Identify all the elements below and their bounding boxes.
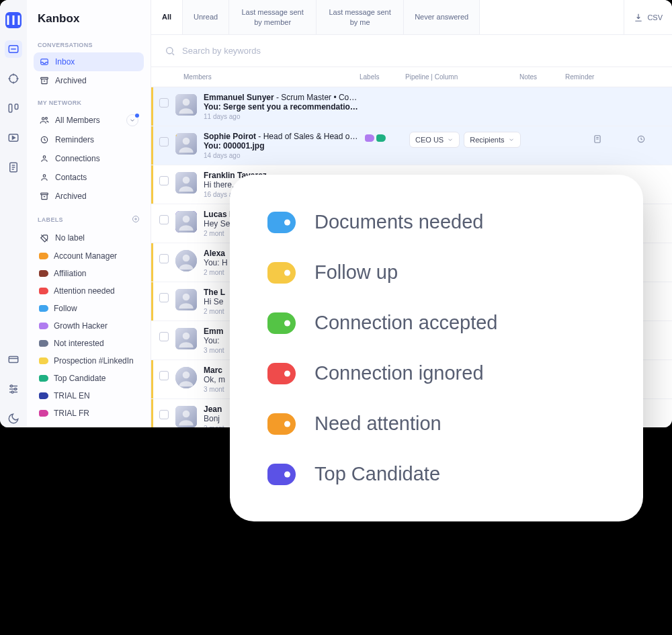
overlay-label-item[interactable]: Connection accepted xyxy=(267,312,605,334)
section-network: MY NETWORK xyxy=(38,99,140,106)
avatar xyxy=(175,406,197,427)
label-dot-icon xyxy=(39,323,48,329)
overlay-label-item[interactable]: Connection ignored xyxy=(267,362,605,384)
svg-point-23 xyxy=(183,138,190,145)
row-checkbox[interactable] xyxy=(159,98,169,108)
overlay-label-item[interactable]: Top Candidate xyxy=(267,463,605,485)
row-checkbox[interactable] xyxy=(159,371,169,380)
tabs: AllUnreadLast message sent by memberLast… xyxy=(151,0,672,35)
col-members: Members xyxy=(183,73,360,81)
svg-rect-17 xyxy=(41,193,48,194)
label-no-label[interactable]: No label xyxy=(34,228,144,247)
nav-inbox-icon[interactable] xyxy=(5,40,22,58)
tab-unread[interactable]: Unread xyxy=(183,0,229,34)
sidebar-item-inbox[interactable]: Inbox xyxy=(34,52,144,71)
label-growth-hacker[interactable]: Growth Hacker xyxy=(34,317,144,335)
notes-icon[interactable] xyxy=(581,134,614,144)
nav-target-icon[interactable] xyxy=(5,70,22,87)
label-account-manager[interactable]: Account Manager xyxy=(34,247,144,265)
row-checkbox[interactable] xyxy=(159,215,169,224)
sidebar-item-archived[interactable]: Archived xyxy=(34,71,144,90)
tab-last-member[interactable]: Last message sent by member xyxy=(229,0,317,34)
overlay-label-item[interactable]: Need attention xyxy=(267,413,605,435)
export-csv-button[interactable]: CSV xyxy=(624,0,672,34)
icon-bar xyxy=(0,0,27,427)
sidebar-item-reminders[interactable]: Reminders xyxy=(34,130,144,149)
svg-point-19 xyxy=(167,47,173,53)
label-trial-en[interactable]: TRIAL EN xyxy=(34,387,144,405)
nav-doc-icon[interactable] xyxy=(5,159,22,176)
chevron-down-icon[interactable] xyxy=(126,114,138,126)
message-snippet: You: Serge sent you a recommendation Rev… xyxy=(204,102,358,112)
svg-rect-3 xyxy=(15,104,18,110)
label-prospection[interactable]: Prospection #LinkedIn xyxy=(34,352,144,370)
row-checkbox[interactable] xyxy=(159,176,169,185)
row-checkbox[interactable] xyxy=(159,293,169,302)
label-dot-icon xyxy=(39,410,48,417)
row-checkbox[interactable] xyxy=(159,254,169,263)
avatar xyxy=(175,94,197,116)
tag-pill-icon xyxy=(365,134,374,142)
nav-card-icon[interactable] xyxy=(5,351,22,368)
label-text: Attention needed xyxy=(54,286,138,296)
message-row[interactable]: Emmanuel Sunyer - Scrum Master • Coach A… xyxy=(151,87,672,126)
label-follow[interactable]: Follow xyxy=(34,300,144,317)
label-trial-fr[interactable]: TRIAL FR xyxy=(34,405,144,422)
sidebar-item-contacts[interactable]: Contacts xyxy=(34,168,144,187)
nav-kanban-icon[interactable] xyxy=(5,99,22,117)
overlay-label-item[interactable]: Documents needed xyxy=(267,211,605,233)
svg-point-8 xyxy=(15,388,17,390)
svg-point-37 xyxy=(183,372,190,379)
search-input[interactable] xyxy=(182,46,659,56)
svg-point-27 xyxy=(183,177,190,184)
svg-point-39 xyxy=(183,411,190,418)
brand-logo-icon xyxy=(5,12,22,28)
label-top-candidate[interactable]: Top Candidate xyxy=(34,370,144,387)
nav-moon-icon[interactable] xyxy=(5,410,22,427)
overlay-label-item[interactable]: Follow up xyxy=(267,261,605,284)
overlay-label-text: Connection accepted xyxy=(314,312,497,334)
message-row[interactable]: ★Sophie Poirot - Head of Sales & Head of… xyxy=(151,126,672,165)
add-label-icon[interactable] xyxy=(132,215,140,224)
tab-never[interactable]: Never answered xyxy=(404,0,480,34)
recipients-select[interactable]: Recipients xyxy=(464,132,520,148)
sidebar-item-archived-net[interactable]: Archived xyxy=(34,187,144,206)
row-checkbox[interactable] xyxy=(159,410,169,419)
avatar xyxy=(175,172,197,194)
sidebar-item-all-members[interactable]: All Members xyxy=(34,110,144,130)
nav-settings-icon[interactable] xyxy=(5,380,22,398)
label-text: Account Manager xyxy=(54,251,138,261)
label-attention-needed[interactable]: Attention needed xyxy=(34,282,144,300)
labels-overlay: Documents neededFollow upConnection acce… xyxy=(230,175,643,521)
overlay-label-text: Documents needed xyxy=(314,211,484,233)
svg-point-9 xyxy=(11,391,13,393)
label-dot-icon xyxy=(39,340,48,347)
sidebar-item-connections[interactable]: Connections xyxy=(34,149,144,168)
nav-play-icon[interactable] xyxy=(5,129,22,146)
label-text: Follow xyxy=(54,304,138,313)
reminders-icon xyxy=(39,134,50,145)
label-pill-icon xyxy=(267,464,296,485)
column-headers: Members Labels Pipeline | Column Notes R… xyxy=(151,67,672,87)
label-not-interested[interactable]: Not interested xyxy=(34,335,144,352)
overlay-label-text: Follow up xyxy=(314,261,398,284)
label-text: Growth Hacker xyxy=(54,321,138,331)
avatar xyxy=(175,289,197,310)
svg-point-12 xyxy=(42,118,45,120)
tab-all[interactable]: All xyxy=(151,0,183,34)
tab-last-me[interactable]: Last message sent by me xyxy=(317,0,404,34)
pipeline-select[interactable]: CEO US xyxy=(409,132,460,148)
reminder-icon[interactable] xyxy=(621,134,661,144)
search-bar xyxy=(151,35,672,67)
sidebar-item-label: Connections xyxy=(55,154,138,163)
search-icon xyxy=(165,46,175,56)
message-snippet: You: 000001.jpg xyxy=(204,141,358,151)
connections-icon xyxy=(39,153,50,164)
label-text: TRIAL EN xyxy=(54,391,138,400)
label-text: Not interested xyxy=(54,339,138,348)
brand-title: Kanbox xyxy=(38,12,144,26)
label-dot-icon xyxy=(39,270,48,277)
row-checkbox[interactable] xyxy=(159,137,169,146)
label-affiliation[interactable]: Affiliation xyxy=(34,265,144,282)
row-checkbox[interactable] xyxy=(159,332,169,341)
